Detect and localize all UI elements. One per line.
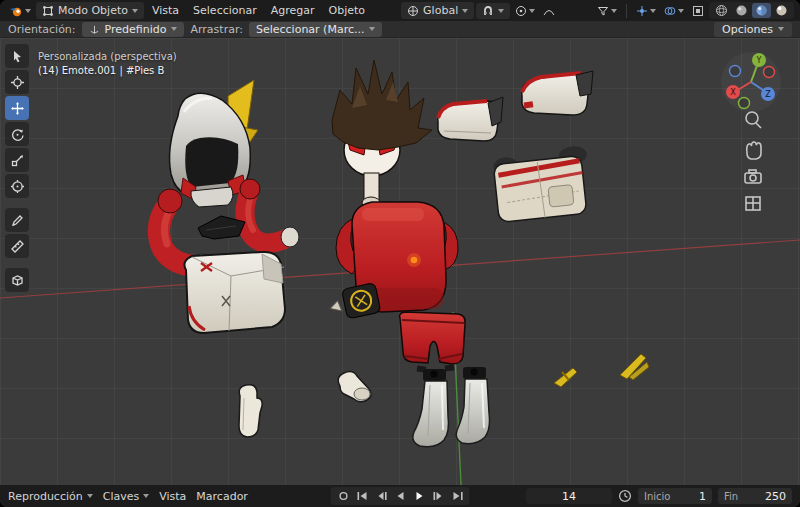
boot-left-object[interactable]	[413, 369, 449, 447]
blender-menu-button[interactable]	[6, 3, 34, 19]
options-label: Opciones	[722, 23, 773, 36]
svg-text:Y: Y	[756, 56, 762, 65]
playback-menu[interactable]: Reproducción	[8, 490, 93, 503]
xray-toggle-button[interactable]	[689, 4, 707, 18]
options-dropdown[interactable]: Opciones	[714, 22, 792, 37]
move-arrows-icon	[10, 101, 25, 116]
wireframe-sphere-icon	[715, 4, 728, 17]
show-overlays-dropdown[interactable]	[661, 4, 687, 18]
chevron-down-icon	[611, 9, 617, 13]
show-gizmo-dropdown[interactable]	[633, 4, 659, 18]
goggles-object[interactable]	[184, 252, 285, 333]
annotate-tool[interactable]	[5, 208, 29, 232]
keys-menu[interactable]: Claves	[103, 490, 150, 503]
timeline-marker-menu[interactable]: Marcador	[196, 490, 248, 503]
cursor-tool[interactable]	[5, 70, 29, 94]
orientation-axes-icon	[89, 24, 100, 35]
record-button[interactable]	[335, 488, 352, 504]
timeline-menus: Reproducción Claves Vista Marcador	[8, 490, 248, 503]
vest-object[interactable]	[492, 145, 593, 222]
viewport-3d[interactable]: Personalizada (perspectiva) (14) Emote.0…	[0, 38, 800, 485]
prev-keyframe-button[interactable]	[373, 488, 390, 504]
frame-start-label: Inicio	[644, 491, 670, 502]
viewport-canvas[interactable]: Y X Z	[0, 38, 800, 485]
orientation-value: Global	[423, 4, 458, 17]
shading-rendered-button[interactable]	[772, 3, 791, 18]
frame-start-field[interactable]: Inicio 1	[638, 488, 712, 504]
shorts-object[interactable]	[400, 312, 466, 373]
chevron-down-icon	[650, 9, 656, 13]
yellow-dagger-object[interactable]	[554, 368, 577, 387]
frame-end-field[interactable]: Fin 250	[718, 488, 792, 504]
gizmo-toggle-icon	[636, 5, 648, 17]
badge-object[interactable]	[327, 283, 381, 323]
selectability-filter-dropdown[interactable]	[594, 4, 620, 18]
chevron-down-icon	[132, 9, 138, 13]
jump-to-end-button[interactable]	[449, 488, 466, 504]
mode-select-dropdown[interactable]: Modo Objeto	[36, 2, 144, 19]
clock-icon[interactable]	[618, 489, 632, 503]
play-reverse-button[interactable]	[392, 488, 409, 504]
ruler-icon	[10, 239, 25, 254]
next-keyframe-icon	[432, 491, 444, 501]
select-cursor-icon	[10, 49, 25, 64]
menu-seleccionar[interactable]: Seleccionar	[187, 2, 263, 19]
timeline-view-menu[interactable]: Vista	[159, 490, 186, 503]
orientation-preset-value: Predefinido	[105, 23, 167, 36]
scale-tool[interactable]	[5, 148, 29, 172]
arm-tube-right-object[interactable]	[240, 179, 299, 247]
navigation-gizmo[interactable]: Y X Z	[721, 52, 781, 112]
add-cube-tool[interactable]	[5, 268, 29, 292]
play-button[interactable]	[411, 488, 428, 504]
next-keyframe-button[interactable]	[430, 488, 447, 504]
magnet-icon	[482, 5, 494, 17]
drag-mode-value: Seleccionar (Marc...	[256, 23, 365, 36]
select-box-tool[interactable]	[5, 44, 29, 68]
shading-material-button[interactable]	[752, 3, 771, 18]
shading-solid-button[interactable]	[732, 3, 751, 18]
play-reverse-icon	[395, 491, 405, 501]
menu-objeto[interactable]: Objeto	[323, 2, 372, 19]
rendered-sphere-icon	[775, 4, 788, 17]
boot-right-object[interactable]	[456, 367, 489, 444]
tool-settings-bar: Orientación: Predefinido Arrastrar: Sele…	[0, 21, 800, 38]
svg-text:X: X	[730, 88, 736, 97]
transform-orientation-dropdown[interactable]: Global	[401, 2, 474, 19]
transform-tool[interactable]	[5, 174, 29, 198]
menu-vista[interactable]: Vista	[146, 2, 185, 19]
current-frame-field[interactable]: 14	[526, 488, 612, 504]
shading-mode-group	[709, 2, 794, 19]
character-head-object[interactable]	[332, 60, 432, 209]
pen-icon	[10, 213, 25, 228]
shoulder-pad-left-object[interactable]	[438, 97, 503, 141]
yellow-bolt-object[interactable]	[620, 354, 649, 380]
pan-hand-button[interactable]	[747, 142, 761, 159]
measure-tool[interactable]	[5, 234, 29, 258]
chevron-down-icon	[143, 494, 149, 498]
zoom-button[interactable]	[746, 112, 761, 128]
glove-lying-object[interactable]	[338, 372, 371, 402]
menu-agregar[interactable]: Agregar	[265, 2, 321, 19]
chevron-down-icon	[778, 27, 784, 31]
glove-standing-object[interactable]	[239, 385, 262, 437]
filter-funnel-icon	[597, 5, 609, 17]
prev-keyframe-icon	[375, 491, 387, 501]
shoulder-pad-right-object[interactable]	[522, 71, 593, 115]
transform-gizmo-icon	[10, 179, 25, 194]
timeline-bar: Reproducción Claves Vista Marcador	[0, 485, 800, 507]
orientation-preset-dropdown[interactable]: Predefinido	[82, 22, 185, 37]
chevron-down-icon	[498, 9, 504, 13]
solid-sphere-icon	[735, 4, 748, 17]
toggle-ortho-button[interactable]	[746, 197, 760, 210]
camera-view-button[interactable]	[745, 170, 761, 183]
object-mode-icon	[42, 5, 54, 17]
proportional-editing-button[interactable]	[512, 4, 538, 18]
proportional-falloff-button[interactable]	[540, 4, 558, 18]
rotate-tool[interactable]	[5, 122, 29, 146]
snapping-dropdown[interactable]	[476, 3, 510, 19]
shading-wireframe-button[interactable]	[712, 3, 731, 18]
drag-mode-dropdown[interactable]: Seleccionar (Marc...	[249, 22, 383, 37]
move-tool[interactable]	[5, 96, 29, 120]
jump-to-start-button[interactable]	[354, 488, 371, 504]
keys-menu-label: Claves	[103, 490, 140, 503]
